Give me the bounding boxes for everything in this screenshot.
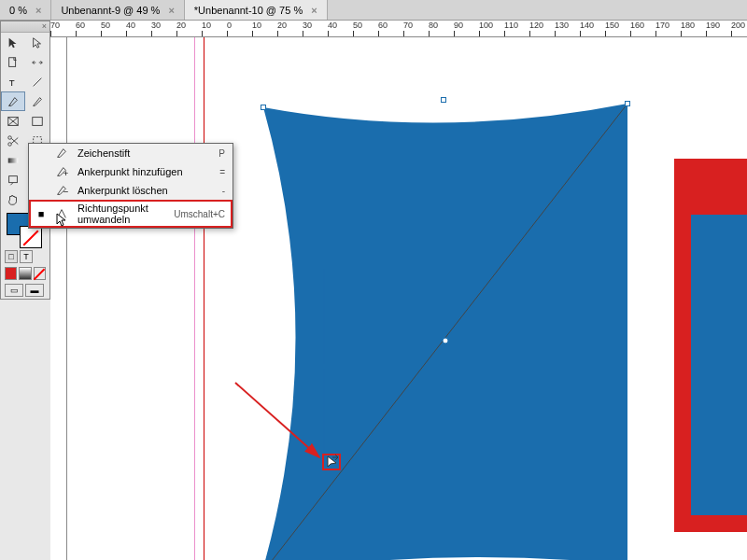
menu-shortcut: Umschalt+C bbox=[174, 209, 225, 219]
background-shape-red[interactable] bbox=[674, 159, 747, 532]
selected-path-shape[interactable] bbox=[254, 98, 646, 560]
apply-gradient-icon[interactable] bbox=[19, 267, 31, 280]
rectangle-frame-tool[interactable] bbox=[1, 111, 25, 131]
svg-point-18 bbox=[443, 338, 448, 343]
pen-icon bbox=[53, 147, 70, 160]
pencil-tool[interactable] bbox=[25, 91, 49, 111]
cursor-icon bbox=[55, 213, 68, 228]
svg-text:+: + bbox=[63, 168, 68, 178]
tab-label: Unbenannt-9 @ 49 % bbox=[61, 5, 160, 16]
svg-rect-10 bbox=[8, 158, 19, 162]
selection-handle[interactable] bbox=[441, 97, 446, 103]
menu-label: Ankerpunkt löschen bbox=[78, 185, 215, 196]
type-tool[interactable]: T bbox=[1, 72, 25, 91]
anchor-point[interactable] bbox=[321, 263, 327, 269]
menu-label: Ankerpunkt hinzufügen bbox=[78, 166, 212, 177]
apply-color-icon[interactable] bbox=[5, 267, 17, 280]
text-formatting-icon[interactable]: T bbox=[20, 250, 33, 263]
menu-shortcut: = bbox=[219, 167, 225, 177]
menu-item-add-anchor[interactable]: + Ankerpunkt hinzufügen = bbox=[29, 162, 233, 181]
menu-shortcut: - bbox=[222, 186, 225, 196]
menu-item-pen[interactable]: Zeichenstift P bbox=[29, 144, 233, 162]
tab-label: *Unbenannt-10 @ 75 % bbox=[194, 5, 303, 16]
selection-handle[interactable] bbox=[261, 105, 266, 110]
svg-rect-17 bbox=[321, 364, 326, 369]
page-edge-guide bbox=[204, 37, 204, 560]
menu-label: Richtungspunkt umwandeln bbox=[78, 203, 166, 225]
apply-none-icon[interactable] bbox=[34, 267, 46, 280]
rectangle-tool[interactable] bbox=[25, 111, 49, 131]
stroke-swatch[interactable] bbox=[20, 226, 42, 248]
container-formatting-icon[interactable]: □ bbox=[5, 250, 18, 263]
canvas[interactable] bbox=[67, 37, 747, 560]
svg-rect-6 bbox=[33, 117, 43, 125]
pen-plus-icon: + bbox=[53, 165, 70, 178]
line-tool[interactable] bbox=[25, 72, 49, 91]
selection-tool[interactable] bbox=[1, 33, 25, 52]
tab-doc-2[interactable]: *Unbenannt-10 @ 75 %× bbox=[185, 0, 328, 20]
tab-doc-1[interactable]: Unbenannt-9 @ 49 %× bbox=[51, 0, 184, 20]
svg-rect-12 bbox=[9, 175, 18, 182]
pasteboard bbox=[67, 37, 747, 560]
check-icon: ■ bbox=[36, 208, 46, 219]
menu-item-delete-anchor[interactable]: − Ankerpunkt löschen - bbox=[29, 181, 233, 200]
view-mode-preview-icon[interactable]: ▬ bbox=[25, 284, 44, 297]
convert-point-cursor-icon bbox=[325, 455, 340, 469]
menu-label: Zeichenstift bbox=[78, 147, 211, 159]
view-mode-normal-icon[interactable]: ▭ bbox=[5, 284, 23, 297]
svg-line-19 bbox=[235, 383, 319, 457]
menu-shortcut: P bbox=[218, 148, 225, 159]
tab-doc-0[interactable]: 0 %× bbox=[0, 0, 51, 20]
direct-selection-tool[interactable] bbox=[25, 33, 49, 52]
pen-tool-flyout-menu: Zeichenstift P + Ankerpunkt hinzufügen =… bbox=[28, 143, 233, 229]
close-icon[interactable]: × bbox=[35, 5, 41, 16]
selection-handle[interactable] bbox=[625, 101, 630, 106]
margin-guide bbox=[194, 37, 195, 560]
panel-grip[interactable]: × bbox=[1, 21, 49, 33]
pen-tool[interactable] bbox=[1, 91, 25, 111]
gradient-tool[interactable] bbox=[1, 150, 25, 170]
svg-line-2 bbox=[34, 77, 42, 86]
annotation-arrow bbox=[231, 378, 333, 471]
ruler-horizontal[interactable]: 7060504030201001020304050607080901001101… bbox=[50, 21, 747, 37]
pen-minus-icon: − bbox=[53, 184, 70, 197]
svg-point-8 bbox=[8, 142, 12, 146]
document-tabs: 0 %× Unbenannt-9 @ 49 %× *Unbenannt-10 @… bbox=[0, 0, 747, 21]
note-tool[interactable] bbox=[1, 170, 25, 189]
close-icon[interactable]: × bbox=[168, 5, 174, 16]
hand-tool[interactable] bbox=[1, 189, 25, 209]
scissors-tool[interactable] bbox=[1, 131, 25, 150]
page-tool[interactable] bbox=[1, 52, 25, 72]
ruler-vertical[interactable] bbox=[50, 37, 67, 560]
svg-text:−: − bbox=[63, 187, 68, 197]
svg-text:T: T bbox=[9, 77, 15, 88]
close-icon[interactable]: × bbox=[311, 5, 317, 16]
gap-tool[interactable] bbox=[25, 52, 49, 72]
tab-label: 0 % bbox=[9, 5, 27, 16]
svg-rect-0 bbox=[9, 57, 16, 66]
svg-point-7 bbox=[8, 135, 12, 139]
